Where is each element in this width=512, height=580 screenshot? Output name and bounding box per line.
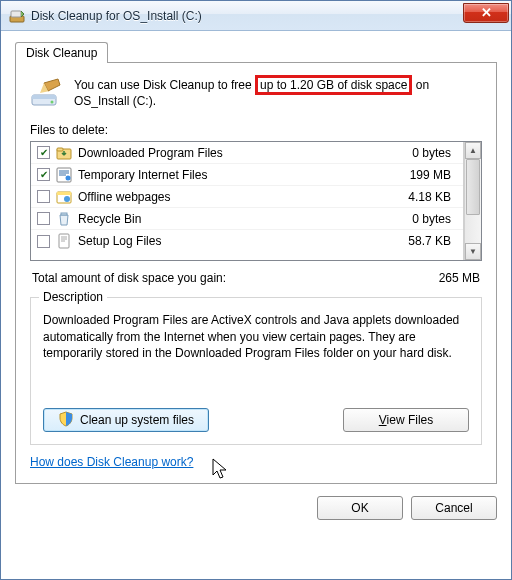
folder-download-icon <box>56 145 72 161</box>
total-value: 265 MB <box>439 271 480 285</box>
svg-point-11 <box>64 196 70 202</box>
list-item[interactable]: Recycle Bin 0 bytes <box>31 208 463 230</box>
checkbox[interactable] <box>37 212 50 225</box>
scrollbar[interactable]: ▲ ▼ <box>464 142 481 260</box>
cleanup-system-files-label: Clean up system files <box>80 413 194 427</box>
description-group: Description Downloaded Program Files are… <box>30 297 482 445</box>
tab-panel: You can use Disk Cleanup to free up to 1… <box>15 62 497 484</box>
intro-before: You can use Disk Cleanup to free <box>74 78 255 92</box>
shield-icon <box>58 411 74 430</box>
titlebar: Disk Cleanup for OS_Install (C:) ✕ <box>1 1 511 31</box>
svg-rect-6 <box>57 148 63 151</box>
files-to-delete-label: Files to delete: <box>30 123 482 137</box>
list-item-size: 0 bytes <box>412 212 457 226</box>
list-item-size: 0 bytes <box>412 146 457 160</box>
recycle-bin-icon <box>56 211 72 227</box>
svg-rect-1 <box>11 11 21 17</box>
list-item-label: Temporary Internet Files <box>78 168 404 182</box>
help-link[interactable]: How does Disk Cleanup work? <box>30 455 193 469</box>
checkbox[interactable]: ✔ <box>37 146 50 159</box>
cancel-button[interactable]: Cancel <box>411 496 497 520</box>
list-item[interactable]: ✔ Downloaded Program Files 0 bytes <box>31 142 463 164</box>
checkbox[interactable] <box>37 235 50 248</box>
description-text: Downloaded Program Files are ActiveX con… <box>43 312 469 398</box>
ok-button[interactable]: OK <box>317 496 403 520</box>
svg-point-8 <box>66 175 71 180</box>
window-title: Disk Cleanup for OS_Install (C:) <box>31 9 463 23</box>
total-label: Total amount of disk space you gain: <box>32 271 226 285</box>
files-list: ✔ Downloaded Program Files 0 bytes ✔ Tem… <box>30 141 482 261</box>
list-item-size: 58.7 KB <box>408 234 457 248</box>
list-item[interactable]: Offline webpages 4.18 KB <box>31 186 463 208</box>
svg-rect-3 <box>32 95 56 99</box>
drive-broom-icon <box>30 77 62 109</box>
tabstrip: Disk Cleanup <box>15 41 497 62</box>
svg-rect-10 <box>57 192 71 195</box>
svg-rect-12 <box>61 213 67 215</box>
scroll-up-button[interactable]: ▲ <box>465 142 481 159</box>
scroll-track[interactable] <box>465 159 481 243</box>
offline-pages-icon <box>56 189 72 205</box>
setup-log-icon <box>56 233 72 249</box>
list-item-size: 199 MB <box>410 168 457 182</box>
view-files-label: View Files <box>379 413 433 427</box>
cleanup-system-files-button[interactable]: Clean up system files <box>43 408 209 432</box>
list-item[interactable]: Setup Log Files 58.7 KB <box>31 230 463 252</box>
disk-cleanup-icon <box>9 8 25 24</box>
close-icon: ✕ <box>481 5 492 20</box>
scroll-thumb[interactable] <box>466 159 480 215</box>
dialog-window: Disk Cleanup for OS_Install (C:) ✕ Disk … <box>0 0 512 580</box>
scroll-down-button[interactable]: ▼ <box>465 243 481 260</box>
list-item[interactable]: ✔ Temporary Internet Files 199 MB <box>31 164 463 186</box>
checkbox[interactable]: ✔ <box>37 168 50 181</box>
description-legend: Description <box>39 290 107 304</box>
svg-point-4 <box>51 101 54 104</box>
close-button[interactable]: ✕ <box>463 3 509 23</box>
view-files-button[interactable]: View Files <box>343 408 469 432</box>
ie-cache-icon <box>56 167 72 183</box>
list-item-label: Downloaded Program Files <box>78 146 406 160</box>
intro-text: You can use Disk Cleanup to free up to 1… <box>74 77 482 109</box>
list-item-size: 4.18 KB <box>408 190 457 204</box>
list-item-label: Recycle Bin <box>78 212 406 226</box>
list-item-label: Setup Log Files <box>78 234 402 248</box>
checkbox[interactable] <box>37 190 50 203</box>
intro-highlight: up to 1.20 GB of disk space <box>255 75 412 95</box>
tab-disk-cleanup[interactable]: Disk Cleanup <box>15 42 108 63</box>
list-item-label: Offline webpages <box>78 190 402 204</box>
